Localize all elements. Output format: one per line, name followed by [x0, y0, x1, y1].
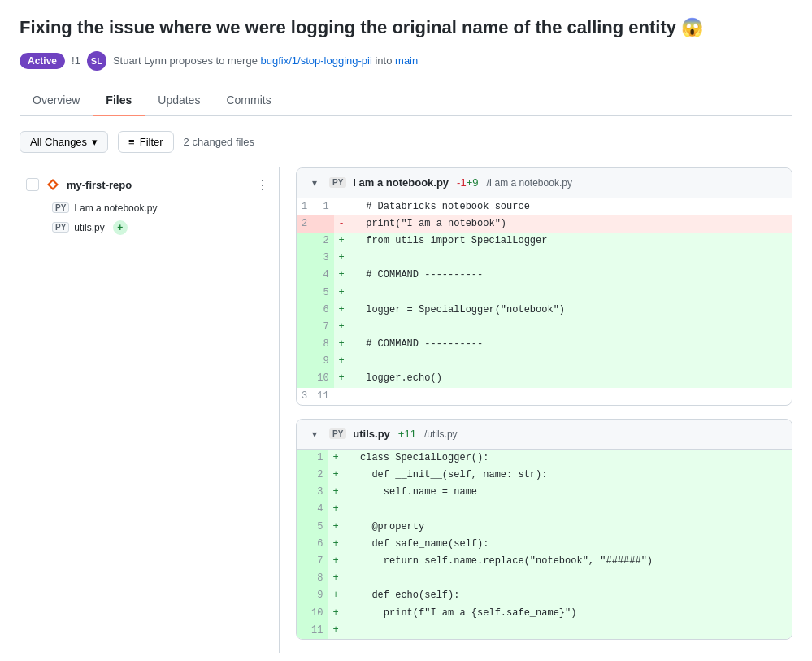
sidebar-filename-utils: utils.py [74, 222, 104, 233]
diff-table-utils: 1+ class SpecialLogger():2+ def __init__… [297, 450, 792, 639]
line-sign-add: + [332, 589, 338, 601]
line-code: from utils import SpecialLogger [350, 233, 792, 250]
line-sign-add: + [339, 252, 345, 263]
sidebar-file-notebook[interactable]: PY I am a notebook.py [20, 199, 279, 217]
table-row: 5+ @property [297, 519, 792, 536]
line-sign-add: + [339, 321, 345, 333]
pr-branch-to-link[interactable]: main [395, 54, 418, 67]
collapse-btn-utils[interactable]: ▾ [306, 426, 323, 442]
table-row: 9+ def echo(self): [297, 587, 792, 604]
table-row: 11+ [297, 622, 792, 639]
line-sign-add: + [332, 452, 338, 463]
line-code: # COMMAND ---------- [350, 336, 792, 353]
diff-filename-notebook: I am a notebook.py [353, 176, 449, 189]
diff-stats-notebook: -1+9 [457, 176, 478, 189]
pr-status-badge: Active [20, 53, 65, 69]
table-row: 3+ [297, 250, 792, 267]
table-row: 311 [297, 388, 792, 405]
line-code [344, 622, 792, 639]
sidebar: my-first-repo ⋮ PY I am a notebook.py PY… [20, 167, 280, 653]
pr-branch-from-link[interactable]: bugfix/1/stop-logging-pii [261, 54, 372, 67]
pr-description: Stuart Lynn proposes to merge bugfix/1/s… [113, 54, 418, 67]
diff-lang-badge-notebook: PY [329, 177, 346, 188]
line-code [344, 501, 792, 518]
line-code: logger = SpecialLogger("notebook") [350, 302, 792, 319]
chevron-down-icon: ▾ [92, 136, 98, 148]
diff-filepath-notebook: /I am a notebook.py [486, 177, 571, 189]
changed-files-count: 2 changed files [184, 136, 254, 148]
line-sign-del: - [339, 218, 345, 229]
line-code: class SpecialLogger(): [344, 450, 792, 467]
diff-header-notebook: ▾ PY I am a notebook.py -1+9 /I am a not… [297, 168, 792, 198]
table-row: 2- print("I am a notebook") [297, 215, 792, 233]
file-badge-py-utils: PY [52, 222, 69, 233]
table-row: 2+ def __init__(self, name: str): [297, 467, 792, 484]
line-sign-add: + [332, 607, 338, 619]
line-sign-add: + [339, 269, 345, 280]
line-code: # Databricks notebook source [350, 198, 792, 215]
diff-toolbar: All Changes ▾ ≡ Filter 2 changed files [20, 131, 792, 153]
table-row: 7+ return self.name.replace("notebook", … [297, 553, 792, 570]
line-sign-add: + [339, 372, 345, 384]
line-sign-add: + [332, 572, 338, 584]
file-add-badge[interactable]: + [113, 220, 128, 235]
line-sign-add: + [332, 521, 338, 533]
line-sign-add: + [339, 304, 345, 315]
table-row: 7+ [297, 319, 792, 336]
tab-updates[interactable]: Updates [145, 85, 213, 116]
line-code [350, 250, 792, 267]
table-row: 1+ class SpecialLogger(): [297, 450, 792, 467]
table-row: 9+ [297, 353, 792, 370]
diff-filename-utils: utils.py [353, 428, 390, 440]
pr-meta: Active !1 SL Stuart Lynn proposes to mer… [20, 51, 792, 71]
line-code: self.name = name [344, 484, 792, 501]
diff-lang-badge-utils: PY [329, 428, 346, 439]
line-sign-add: + [332, 503, 338, 515]
line-code: @property [344, 519, 792, 536]
collapse-btn-notebook[interactable]: ▾ [306, 175, 323, 191]
table-row: 5+ [297, 285, 792, 302]
sidebar-repo-header[interactable]: my-first-repo ⋮ [20, 171, 279, 199]
diff-filepath-utils: /utils.py [424, 428, 458, 440]
sidebar-file-utils[interactable]: PY utils.py + [20, 217, 279, 238]
line-sign-add: + [339, 355, 345, 367]
tab-commits[interactable]: Commits [213, 85, 284, 116]
line-sign-add: + [332, 624, 338, 636]
line-sign-add: + [339, 235, 345, 246]
tab-files[interactable]: Files [93, 85, 145, 116]
stat-add-notebook: +9 [467, 176, 479, 189]
pr-number: !1 [72, 54, 80, 67]
table-row: 4+ # COMMAND ---------- [297, 267, 792, 284]
repo-checkbox[interactable] [26, 178, 39, 191]
diff-stats-utils: +11 [398, 428, 416, 440]
page-wrapper: Fixing the issue where we were logging t… [0, 0, 812, 661]
line-code: print("I am a notebook") [350, 215, 792, 233]
avatar: SL [87, 51, 106, 71]
kebab-icon[interactable]: ⋮ [253, 176, 272, 194]
line-sign-add: + [332, 538, 338, 550]
all-changes-dropdown[interactable]: All Changes ▾ [20, 131, 108, 153]
repo-name: my-first-repo [67, 179, 132, 191]
line-code: # COMMAND ---------- [350, 267, 792, 284]
line-sign-add: + [339, 287, 345, 298]
diff-header-utils: ▾ PY utils.py +11 /utils.py [297, 420, 792, 450]
file-badge-py: PY [52, 202, 69, 213]
table-row: 4+ [297, 501, 792, 518]
line-code: logger.echo() [350, 370, 792, 387]
line-code [350, 319, 792, 336]
stat-del-notebook: -1 [457, 176, 467, 189]
tab-overview[interactable]: Overview [20, 85, 93, 116]
line-sign-add: + [332, 486, 338, 498]
sidebar-filename-notebook: I am a notebook.py [74, 202, 157, 214]
table-row: 6+ logger = SpecialLogger("notebook") [297, 302, 792, 319]
table-row: 11 # Databricks notebook source [297, 198, 792, 215]
line-sign-add: + [332, 555, 338, 567]
line-code: return self.name.replace("notebook", "##… [344, 553, 792, 570]
line-code [350, 285, 792, 302]
line-code [350, 388, 792, 405]
table-row: 3+ self.name = name [297, 484, 792, 501]
filter-button[interactable]: ≡ Filter [118, 131, 173, 153]
content-area: my-first-repo ⋮ PY I am a notebook.py PY… [20, 167, 792, 653]
table-row: 6+ def safe_name(self): [297, 536, 792, 553]
table-row: 8+ [297, 570, 792, 587]
